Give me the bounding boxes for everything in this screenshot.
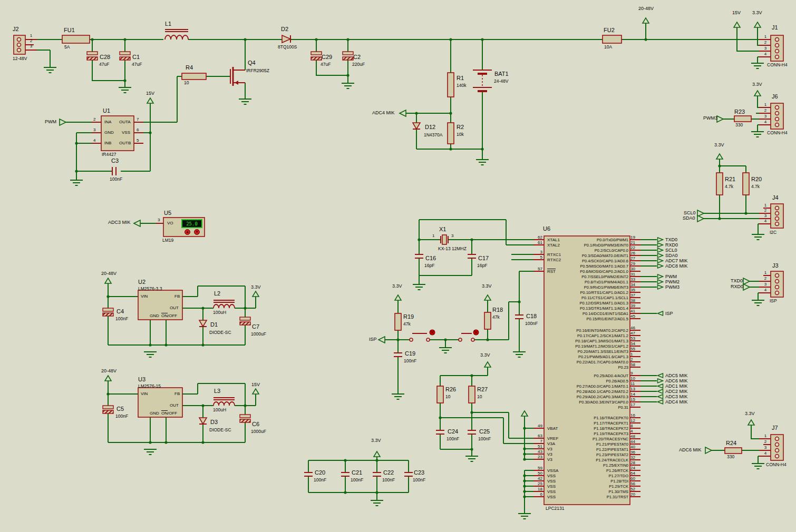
u6-pin-name: P0.8/TxD1/PWM4/AD1.1	[546, 280, 630, 284]
pin-number: 2	[761, 107, 770, 113]
pwm-terminal-icon	[60, 119, 66, 125]
u6-pin-num: 53	[630, 336, 635, 341]
u6-pin-row: P0.4/SCK0/CAP0.1/AD0.627ADC7 MIK	[546, 258, 794, 263]
u6-pin-num: 51	[538, 444, 542, 449]
u2-pin-vin: VIN	[141, 294, 148, 299]
r23-value: 330	[735, 123, 743, 127]
u6-pin-name: P0.27/AD0.0/CAP0.1/MAT0.1	[546, 384, 630, 389]
u6-pin-name: P0.21/PWM5/AD1.6/CAP1.3	[546, 354, 630, 359]
c6-ref: C6	[252, 421, 259, 427]
c22-value: 100nF	[382, 478, 395, 482]
u6-pin-num: 62	[538, 235, 542, 240]
u6-pin-name: P0.11/CTS1/CAP1.1/SCL1	[546, 295, 630, 300]
pf-33v-r18: 3.3V	[482, 284, 492, 289]
u6-pin-name: P0.18/CAP1.3/MISO1/MAT1.3	[546, 339, 630, 343]
c7-ref: C7	[252, 324, 259, 330]
r27-value: 10	[477, 395, 482, 399]
terminal-label: ADC4 MIK	[664, 399, 688, 405]
u6-pin-row: P0.16/EINT0/MAT0.2/CAP0.246	[546, 328, 794, 333]
x1-pin3: 3	[451, 234, 453, 238]
fu1-ref: FU1	[64, 27, 75, 33]
u5-display-value: 25.0	[186, 221, 198, 226]
u6-pin-name: P1.29/TCK	[546, 484, 630, 489]
c7-value: 1000uF	[251, 332, 266, 337]
u5-decrease-button[interactable]: ▼	[194, 229, 200, 235]
u6-pin-name: P0.31	[546, 405, 630, 410]
u6-pin-row: P0.2/SCL0/CAP0.022SCL0	[546, 248, 794, 253]
pin-number: 2	[26, 38, 36, 44]
terminal-wire	[640, 281, 657, 282]
u6-pin-num: 9	[630, 371, 633, 376]
u6-pin-row: P0.8/TxD1/PWM4/AD1.133PWM2	[546, 279, 794, 284]
pf-15v-u1: 15V	[146, 91, 154, 96]
c2-value: 220uF	[352, 62, 365, 67]
u6-pin-row: P1.16/TRACEPKT016	[546, 415, 794, 420]
terminal-wire	[640, 396, 657, 397]
schematic-canvas: J2 12-48V 123 FU1 5A C28 47uF C1 47uF L1…	[0, 0, 796, 532]
u6-pin-num: 61	[538, 240, 542, 245]
u6-pin-row: P0.1/RxD0/PWM3/EINT021RXD0	[546, 242, 794, 248]
u6-pin-num: 2	[630, 357, 633, 362]
j6-pin-numbers: 1234	[761, 102, 770, 125]
r20-ref: R20	[751, 176, 762, 182]
c4-value: 100nF	[115, 317, 128, 321]
u6-pin-num: 10	[630, 376, 635, 381]
u6-pin-terminal: ADC2 MIK	[640, 389, 688, 394]
u6-pin-row: P0.21/PWM5/AD1.6/CAP1.31	[546, 354, 794, 359]
c20-ref: C20	[315, 470, 325, 476]
u6-pin-row: P0.7/SSEL0/PWM2/EINT231PWM	[546, 274, 794, 279]
u6-pin-terminal: ADC3 MIK	[640, 394, 688, 399]
pf-33v-j6: 3.3V	[752, 82, 762, 87]
u6-pin-name: P0.4/SCK0/CAP0.1/AD0.6	[546, 259, 630, 263]
sda0-terminal-icon	[697, 215, 704, 222]
u6-pin-num: 18	[538, 487, 542, 491]
c24-value: 100nF	[446, 437, 459, 441]
u5-increase-button[interactable]: ▲	[185, 229, 190, 235]
terminal-label: ADC6 MIK	[664, 378, 688, 383]
u6-pin-row: P0.26/AD0.510ADC6 MIK	[546, 378, 794, 383]
cap-plates	[87, 52, 353, 422]
u6-pin-name: P0.9/RxD1/PWM6/EINT3	[546, 285, 630, 290]
u6-pin-num: 33	[630, 277, 635, 282]
u3-pin-fb: FB	[174, 392, 180, 396]
sda0-terminal-label: SDA0	[683, 216, 695, 221]
u6-pin-num: 3	[540, 250, 542, 254]
u2-pin-gnd: GND	[150, 314, 159, 318]
terminal-label: ADC8 MIK	[664, 263, 688, 269]
u6-pin-name: P0.30/AD0.3/EINT3/CAP0.0	[546, 400, 630, 405]
u6-pin-row: P0.5/MISO0/MAT0.1/AD0.729ADC8 MIK	[546, 263, 794, 269]
u6-pin-row: P1.30/TMS52	[546, 489, 794, 494]
r19-ref: R19	[403, 314, 414, 320]
u6-pin-num: 4	[630, 429, 633, 434]
pin-number: 3	[761, 113, 770, 119]
u6-pin-name: P0.1/RxD0/PWM3/EINT0	[546, 243, 630, 248]
resistor-r18	[484, 312, 491, 329]
u6-pin-row: P0.25/AD0.4/AOUT9ADC5 MIK	[546, 373, 794, 378]
j1-ref: J1	[772, 25, 778, 31]
u6-pin-row: P0.28/AD0.1/CAP0.2/MAT0.213ADC2 MIK	[546, 389, 794, 394]
u6-pin-name: P0.16/EINT0/MAT0.2/CAP0.2	[546, 328, 630, 333]
u6-pin-terminal: ADC8 MIK	[640, 263, 688, 269]
u6-pin-row: P1.20/TRACESYNC48	[546, 436, 794, 441]
u6-pin-row: P0.30/AD0.3/EINT3/CAP0.015ADC4 MIK	[546, 399, 794, 405]
c28-ref: C28	[100, 54, 110, 60]
u6-pin-num: 59	[538, 466, 542, 470]
pwm3-terminal-label: PWM3	[703, 116, 717, 121]
u3-value: LM2576-15	[138, 384, 161, 389]
u6-pin-row: P1.25/EXTIN028	[546, 462, 794, 468]
c18-value: 100nF	[525, 321, 538, 326]
u6-pin-row: P1.27/TDO64	[546, 473, 794, 478]
l3-value: 100uH	[213, 408, 226, 412]
r26-ref: R26	[445, 387, 456, 392]
u3-pin-onoff: ON/OFF	[161, 411, 177, 416]
q4-ref: Q4	[248, 60, 256, 66]
c4-ref: C4	[117, 309, 124, 314]
r4-ref: R4	[186, 65, 193, 71]
u6-pin-num: 12	[630, 418, 635, 423]
u6-pin-name: P0.5/MISO0/MAT0.1/AD0.7	[546, 264, 630, 269]
u2-pin-out: OUT	[170, 306, 179, 310]
u6-pin-name: P1.26/RTCK	[546, 468, 630, 473]
terminal-wire	[640, 313, 657, 314]
terminal-wire	[640, 386, 657, 387]
terminal-label: ISP	[664, 311, 673, 316]
